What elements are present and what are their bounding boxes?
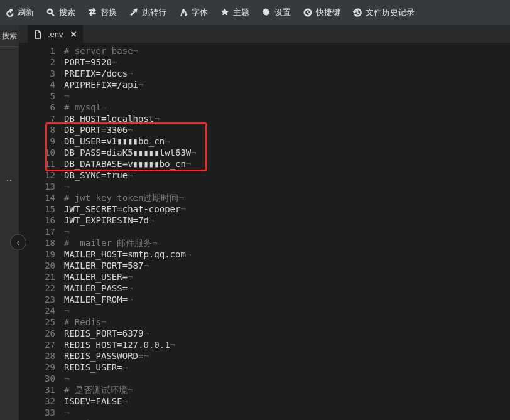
code-line[interactable]: MAILER_HOST=smtp.qq.com¬ <box>64 249 510 260</box>
line-number: 9 <box>19 136 55 147</box>
code-line[interactable]: MAILER_PASS=¬ <box>64 283 510 294</box>
code-line[interactable]: DB_DATABASE=v▮▮▮▮▮bo_cn¬ <box>64 158 510 170</box>
code-line[interactable]: # jwt key token过期时间¬ <box>64 192 510 203</box>
code-line[interactable]: DB_USER=v1▮▮▮▮bo_cn¬ <box>64 136 510 147</box>
line-number: 26 <box>19 328 55 339</box>
code-line[interactable]: # 是否测试环境¬ <box>64 384 510 396</box>
line-number: 28 <box>19 350 55 362</box>
code-area[interactable]: # server base¬PORT=9520¬PREFIX=/docs¬API… <box>64 45 510 420</box>
editor-column: .env × ‹ 1234567891011121314151617181920… <box>19 25 510 420</box>
code-line[interactable]: # mailer 邮件服务¬ <box>64 237 510 249</box>
code-line[interactable]: DB_PASS=diaK5▮▮▮▮▮twt63W¬ <box>64 147 510 158</box>
line-number: 11 <box>19 158 55 170</box>
line-number: 32 <box>19 396 55 407</box>
toolbar-item-label: 设置 <box>274 7 291 18</box>
toolbar-item-label: 替换 <box>100 7 117 18</box>
code-line[interactable]: REDIS_HOST=127.0.0.1¬ <box>64 339 510 350</box>
theme-icon <box>220 8 229 17</box>
code-line[interactable]: JWT_EXPIRESIN=7d¬ <box>64 215 510 226</box>
editor[interactable]: ‹ 12345678910111213141516171819202122232… <box>19 43 510 420</box>
code-line[interactable]: REDIS_PASSWORD=¬ <box>64 350 510 362</box>
code-line[interactable]: ¬ <box>64 407 510 418</box>
chevron-left-icon[interactable]: ‹ <box>10 234 26 250</box>
goto-icon <box>129 8 138 17</box>
replace-icon <box>88 8 97 17</box>
code-line[interactable]: ¬ <box>64 90 510 102</box>
toolbar-item-label: 文件历史记录 <box>366 7 415 18</box>
toolbar-search-button[interactable]: 搜索 <box>46 7 75 18</box>
code-line[interactable]: # mysql¬ <box>64 102 510 113</box>
line-number: 31 <box>19 384 55 396</box>
toolbar-theme-button[interactable]: 主题 <box>220 7 249 18</box>
refresh-icon <box>5 8 14 17</box>
search-icon <box>46 8 55 17</box>
line-number: 15 <box>19 203 55 215</box>
code-line[interactable]: ¬ <box>64 305 510 316</box>
line-number: 6 <box>19 102 55 113</box>
line-number: 23 <box>19 294 55 305</box>
tab-bar: .env × <box>19 25 510 43</box>
code-line[interactable]: # server base¬ <box>64 45 510 57</box>
code-line[interactable]: DB_PORT=3306¬ <box>64 124 510 136</box>
code-line[interactable]: APIPREFIX=/api¬ <box>64 79 510 90</box>
code-line[interactable]: MAILER_USER=¬ <box>64 271 510 283</box>
code-line[interactable]: ¬ <box>64 226 510 237</box>
line-gutter: 1234567891011121314151617181920212223242… <box>19 45 64 420</box>
toolbar-item-label: 跳转行 <box>142 7 166 18</box>
sidebar-dots: .. <box>0 173 19 183</box>
toolbar-item-label: 字体 <box>192 7 208 18</box>
toolbar-item-label: 搜索 <box>59 7 75 18</box>
code-line[interactable]: REDIS_USER=¬ <box>64 362 510 373</box>
code-line[interactable]: PREFIX=/docs¬ <box>64 68 510 79</box>
sidebar: 搜索 .. <box>0 25 19 420</box>
line-number: 24 <box>19 305 55 316</box>
code-line[interactable]: ¬ <box>64 373 510 384</box>
line-number: 10 <box>19 147 55 158</box>
line-number: 4 <box>19 79 55 90</box>
code-line[interactable]: MAILER_PORT=587¬ <box>64 260 510 271</box>
line-number: 19 <box>19 249 55 260</box>
toolbar-history-button[interactable]: 文件历史记录 <box>353 7 415 18</box>
sidebar-search-label[interactable]: 搜索 <box>0 25 19 47</box>
toolbar-font-button[interactable]: 字体 <box>179 7 208 18</box>
line-number: 2 <box>19 57 55 68</box>
line-number: 25 <box>19 316 55 328</box>
line-number: 13 <box>19 181 55 192</box>
line-number: 14 <box>19 192 55 203</box>
toolbar-settings-button[interactable]: 设置 <box>262 7 291 18</box>
font-icon <box>179 8 188 17</box>
toolbar-item-label: 快捷键 <box>316 7 340 18</box>
settings-icon <box>262 8 271 17</box>
toolbar-item-label: 刷新 <box>18 7 34 18</box>
toolbar-shortcuts-button[interactable]: 快捷键 <box>303 7 340 18</box>
line-number: 5 <box>19 90 55 102</box>
line-number: 8 <box>19 124 55 136</box>
line-number: 1 <box>19 45 55 57</box>
file-tab[interactable]: .env × <box>28 25 83 43</box>
line-number: 22 <box>19 283 55 294</box>
line-number: 27 <box>19 339 55 350</box>
file-icon <box>34 30 43 39</box>
toolbar-replace-button[interactable]: 替换 <box>88 7 117 18</box>
code-line[interactable]: ISDEV=FALSE¬ <box>64 396 510 407</box>
close-icon[interactable]: × <box>71 29 77 40</box>
line-number: 30 <box>19 373 55 384</box>
line-number: 3 <box>19 68 55 79</box>
code-line[interactable]: PORT=9520¬ <box>64 57 510 68</box>
line-number: 20 <box>19 260 55 271</box>
history-icon <box>353 8 362 17</box>
line-number: 12 <box>19 170 55 181</box>
code-line[interactable]: REDIS_PORT=6379¬ <box>64 328 510 339</box>
workspace: 搜索 .. .env × ‹ 1234567891011121314151617… <box>0 25 510 420</box>
code-line[interactable]: MAILER_FROM=¬ <box>64 294 510 305</box>
code-line[interactable]: JWT_SECRET=chat-cooper¬ <box>64 203 510 215</box>
code-line[interactable]: DB_SYNC=true¬ <box>64 170 510 181</box>
line-number: 7 <box>19 113 55 124</box>
code-line[interactable]: ¬ <box>64 181 510 192</box>
line-number: 17 <box>19 226 55 237</box>
toolbar-goto-button[interactable]: 跳转行 <box>129 7 166 18</box>
file-tab-label: .env <box>48 30 63 39</box>
code-line[interactable]: DB_HOST=localhost¬ <box>64 113 510 124</box>
toolbar-refresh-button[interactable]: 刷新 <box>5 7 34 18</box>
code-line[interactable]: # Redis¬ <box>64 316 510 328</box>
